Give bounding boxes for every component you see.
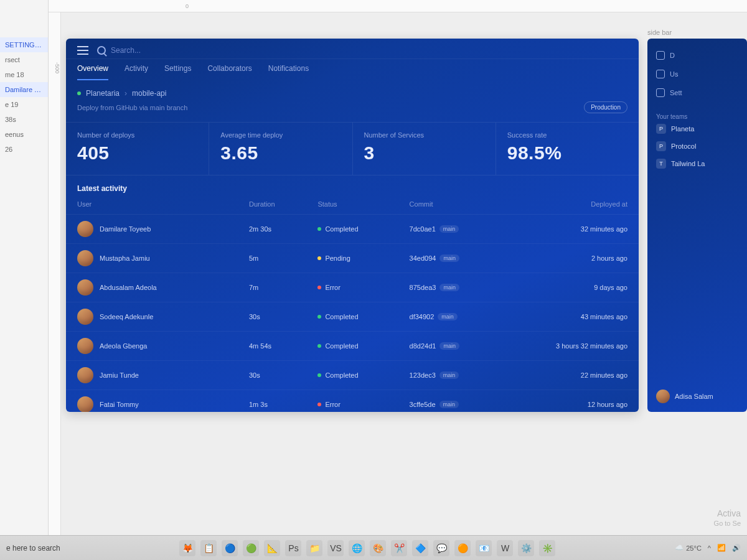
breadcrumb-project[interactable]: Planetaria [86,89,120,98]
status-dot-icon [317,286,321,289]
table-row[interactable]: Fatai Tommy1m 3sError3cffe5demain12 hour… [66,390,639,413]
search-input[interactable] [111,46,210,55]
temperature: 25°C [686,544,702,552]
taskbar-app-icon[interactable]: VS [327,540,344,556]
taskbar-app-icon[interactable]: 📐 [264,540,280,556]
taskbar-app-icon[interactable]: ⚙️ [518,540,534,556]
tab-activity[interactable]: Activity [125,64,148,80]
taskbar-app-icon[interactable]: 💬 [433,540,449,556]
table-row[interactable]: Adeola Gbenga4m 54sCompletedd8d24d1main3… [66,332,639,361]
subheader: Deploy from GitHub via main branch Produ… [66,99,639,122]
branch-chip[interactable]: main [439,371,459,379]
layer-item[interactable]: eenus [0,127,48,142]
col-status: Status [306,197,398,215]
commit-hash: 123dec3 [410,371,436,379]
taskbar-app-icon[interactable]: 📋 [200,540,217,556]
metric-value: 3.65 [220,142,341,164]
tab-settings[interactable]: Settings [164,64,191,80]
table-row[interactable]: Damilare Toyeeb2m 30sCompleted7dc0ae1mai… [66,215,639,244]
ruler-mark: 0 [186,3,189,9]
tab-notifications[interactable]: Notifications [268,64,309,80]
breadcrumb-item[interactable]: mobile-api [132,89,166,98]
layer-item[interactable]: me 18 [0,67,48,82]
windows-watermark: Activa Go to Se [714,508,741,528]
chevron-up-icon[interactable]: ^ [708,544,711,552]
watermark-line: Go to Se [714,519,741,528]
table-row[interactable]: Abdusalam Adeola7mError875dea3main9 days… [66,273,639,302]
wifi-icon[interactable]: 📶 [717,544,726,552]
status-text: Error [325,401,340,408]
layer-item[interactable]: 38s [0,112,48,127]
user-name: Adeola Gbenga [100,342,147,350]
team-chip: P [656,141,666,151]
layer-item[interactable]: SETTING A... [0,37,48,52]
status-dot-icon [317,344,321,348]
profile[interactable]: Adisa Salam [656,390,713,403]
layer-item[interactable]: e 19 [0,97,48,112]
search-icon [97,46,106,55]
user-name: Damilare Toyeeb [100,225,151,233]
layer-item[interactable]: Damilare To... [0,82,48,97]
sidebar-item-label: Sett [670,89,682,96]
team-name: Protocol [671,142,696,150]
branch-chip[interactable]: main [439,401,459,408]
sidebar-nav-item[interactable]: D [656,46,738,65]
taskbar-icons: 🦊📋🔵🟢📐Ps📁VS🌐🎨✂️🔷💬🟠📧W⚙️✳️ [179,540,555,556]
section-title: Latest activity [66,175,639,197]
tab-collaborators[interactable]: Collaborators [207,64,251,80]
taskbar-weather[interactable]: ☁️ 25°C [675,544,702,552]
taskbar-app-icon[interactable]: 🟢 [243,540,259,556]
team-item[interactable]: PProtocol [656,138,738,155]
metric-label: Average time deploy [220,131,341,139]
commit-hash: 3cffe5de [410,401,436,408]
deployed-cell: 12 hours ago [524,390,639,413]
taskbar-app-icon[interactable]: W [497,540,513,556]
branch-chip[interactable]: main [439,342,459,350]
taskbar-app-icon[interactable]: ✂️ [391,540,407,556]
watermark-line: Activa [714,508,741,519]
ruler-mark: -500 [54,62,60,73]
status-text: Pending [325,254,350,262]
taskbar-app-icon[interactable]: ✳️ [539,540,555,556]
gear-icon [656,88,665,97]
layer-item[interactable]: 26 [0,142,48,157]
taskbar-app-icon[interactable]: 📁 [306,540,322,556]
team-item[interactable]: TTailwind La [656,155,738,172]
branch-chip[interactable]: main [439,254,459,262]
branch-chip[interactable]: main [439,284,459,291]
editor-canvas[interactable]: Overview Activity Settings Collaborators… [61,12,747,535]
commit-hash: d8d24d1 [410,342,436,350]
table-row[interactable]: Jamiu Tunde30sCompleted123dec3main22 min… [66,361,639,390]
sidebar-nav-item[interactable]: Us [656,65,738,83]
team-item[interactable]: PPlaneta [656,120,738,138]
col-user: User [66,197,238,215]
status-cell: Error [317,401,387,408]
tabs: Overview Activity Settings Collaborators… [66,59,639,80]
table-row[interactable]: Mustapha Jamiu5mPending34ed094main2 hour… [66,244,639,273]
col-deployed: Deployed at [524,197,639,215]
taskbar-app-icon[interactable]: 🔷 [412,540,428,556]
sidebar-nav-item[interactable]: Sett [656,83,738,102]
table-row[interactable]: Sodeeq Adekunle30sCompleteddf34902main43… [66,302,639,332]
status-dot-icon [317,373,321,377]
taskbar-app-icon[interactable]: 🌐 [349,540,365,556]
env-badge[interactable]: Production [584,101,627,113]
profile-name: Adisa Salam [675,393,713,400]
metric-value: 3 [364,142,484,164]
branch-chip[interactable]: main [438,313,458,320]
taskbar-app-icon[interactable]: Ps [285,540,301,556]
taskbar-app-icon[interactable]: 🔵 [222,540,238,556]
taskbar-app-icon[interactable]: 🎨 [370,540,386,556]
layer-item[interactable]: rsect [0,52,48,67]
branch-chip[interactable]: main [439,225,459,233]
taskbar-app-icon[interactable]: 🦊 [179,540,195,556]
volume-icon[interactable]: 🔊 [732,544,741,552]
taskbar-app-icon[interactable]: 📧 [476,540,492,556]
status-text: Completed [325,225,358,233]
taskbar-search-hint[interactable]: e here to search [6,544,60,553]
commit-cell: df34902main [410,313,513,320]
menu-icon[interactable] [77,46,88,55]
search-wrap [97,46,210,55]
tab-overview[interactable]: Overview [77,64,108,80]
taskbar-app-icon[interactable]: 🟠 [454,540,471,556]
